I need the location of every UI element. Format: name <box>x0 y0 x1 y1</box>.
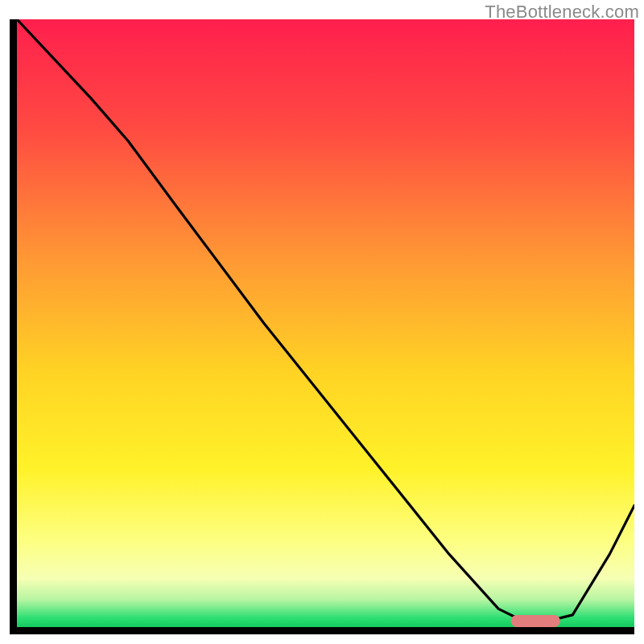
gradient-fill <box>17 19 634 627</box>
plot-area <box>17 19 634 627</box>
plot-svg <box>17 19 634 627</box>
optimal-pill <box>511 615 560 627</box>
chart-container: TheBottleneck.com <box>0 0 644 644</box>
plot-frame <box>10 19 634 634</box>
